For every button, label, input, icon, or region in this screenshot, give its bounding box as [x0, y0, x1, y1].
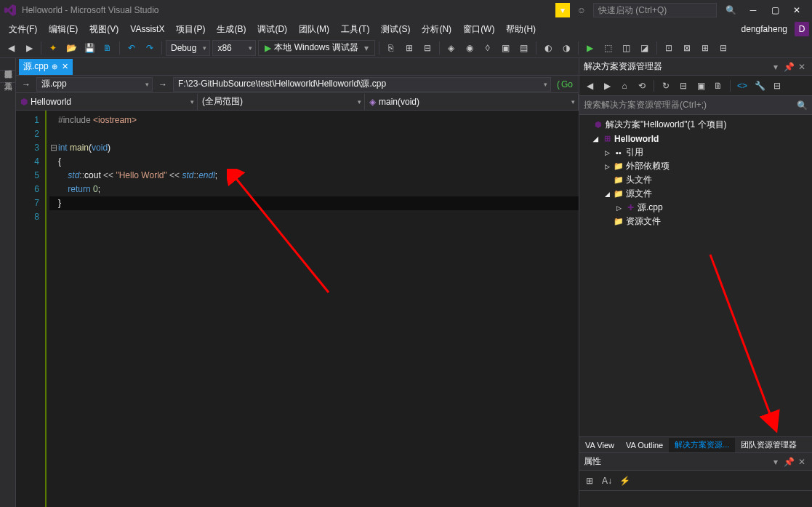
- toolbar-btn-5[interactable]: ◉: [462, 40, 478, 56]
- se-collapse-icon[interactable]: ⊟: [676, 79, 691, 93]
- go-button[interactable]: (Go: [554, 79, 576, 89]
- feedback-icon[interactable]: ☺: [574, 3, 589, 17]
- project-node[interactable]: ◢⊞Helloworld: [579, 132, 812, 145]
- props-sort-icon[interactable]: A↓: [600, 474, 614, 488]
- pin-icon[interactable]: ⊕: [52, 63, 57, 71]
- code-text[interactable]: #include <iostream> ⊟int main(void) { st…: [45, 111, 579, 507]
- se-more-icon[interactable]: ⊟: [770, 79, 784, 93]
- platform-combo[interactable]: x86: [212, 40, 256, 56]
- fold-icon[interactable]: ⊟: [49, 141, 58, 155]
- scope-function[interactable]: ◈main(void): [365, 94, 579, 110]
- maximize-button[interactable]: ▢: [764, 3, 786, 17]
- tab-solution-explorer[interactable]: 解决方案资源...: [669, 438, 735, 452]
- panel-menu-icon[interactable]: ▾: [770, 61, 781, 73]
- panel-close-icon[interactable]: ✕: [796, 61, 808, 73]
- se-back-icon[interactable]: ◀: [582, 79, 597, 93]
- toolbar-btn-2[interactable]: ⊞: [401, 40, 417, 56]
- menu-vassistx[interactable]: VAssistX: [124, 21, 170, 37]
- menu-window[interactable]: 窗口(W): [457, 21, 500, 37]
- user-avatar[interactable]: D: [795, 22, 809, 36]
- solution-tree[interactable]: ⬢解决方案"Helloworld"(1 个项目) ◢⊞Helloworld ▷▪…: [579, 115, 812, 436]
- expand-icon[interactable]: ◢: [591, 135, 600, 143]
- scope-global[interactable]: (全局范围): [198, 94, 365, 110]
- expand-icon[interactable]: ▷: [603, 149, 611, 156]
- tab-va-view[interactable]: VA View: [579, 438, 620, 452]
- panel-close-icon[interactable]: ✕: [796, 456, 808, 468]
- minimize-button[interactable]: ─: [742, 3, 764, 17]
- toolbar-btn-8[interactable]: ▤: [516, 40, 532, 56]
- solution-node[interactable]: ⬢解决方案"Helloworld"(1 个项目): [579, 118, 812, 132]
- toolbar-btn-16[interactable]: ⊞: [697, 40, 713, 56]
- scope-project[interactable]: ⬢Helloworld: [16, 94, 198, 110]
- nav-forward-button[interactable]: ▶: [21, 40, 37, 56]
- user-name[interactable]: dengfaheng: [737, 24, 792, 34]
- toolbar-btn-7[interactable]: ▣: [498, 40, 514, 56]
- menu-team[interactable]: 团队(M): [293, 21, 335, 37]
- toolbar-btn-1[interactable]: ⎘: [383, 40, 399, 56]
- redo-button[interactable]: ↷: [142, 40, 158, 56]
- nav-go-icon[interactable]: →: [156, 77, 170, 92]
- notification-flag-icon[interactable]: ▾: [555, 3, 570, 17]
- se-home-icon[interactable]: ⌂: [617, 79, 632, 93]
- se-code-icon[interactable]: <>: [735, 79, 749, 93]
- se-wrench-icon[interactable]: 🔧: [752, 79, 767, 93]
- refs-node[interactable]: ▷▪▪引用: [579, 145, 812, 159]
- source-file-node[interactable]: ▷✚源.cpp: [579, 201, 812, 215]
- nav-back-button[interactable]: ◀: [3, 40, 19, 56]
- close-tab-icon[interactable]: ✕: [62, 62, 68, 71]
- tab-va-outline[interactable]: VA Outline: [620, 438, 669, 452]
- toolbar-btn-6[interactable]: ◊: [480, 40, 496, 56]
- config-combo[interactable]: Debug: [166, 40, 210, 56]
- save-button[interactable]: 💾: [81, 40, 97, 56]
- toolbar-btn-15[interactable]: ⊠: [679, 40, 695, 56]
- panel-pin-icon[interactable]: 📌: [783, 456, 795, 468]
- external-node[interactable]: ▷📁外部依赖项: [579, 159, 812, 173]
- code-editor[interactable]: 1 2 3 4 5 6 7 8 #include <iostream> ⊟int…: [16, 111, 579, 507]
- resources-node[interactable]: 📁资源文件: [579, 215, 812, 228]
- server-explorer-tab[interactable]: 服务器资源管理器: [0, 58, 15, 71]
- toolbox-tab[interactable]: 工具箱: [0, 71, 15, 83]
- panel-menu-icon[interactable]: ▾: [770, 456, 781, 468]
- solution-search[interactable]: 搜索解决方案资源管理器(Ctrl+;) 🔍: [579, 96, 812, 115]
- toolbar-btn-10[interactable]: ◑: [558, 40, 574, 56]
- file-combo[interactable]: 源.cpp: [36, 77, 153, 92]
- toolbar-btn-17[interactable]: ⊟: [715, 40, 731, 56]
- menu-file[interactable]: 文件(F): [3, 21, 43, 37]
- se-refresh-icon[interactable]: ↻: [659, 79, 673, 93]
- close-button[interactable]: ✕: [786, 3, 808, 17]
- toolbar-btn-4[interactable]: ◈: [443, 40, 459, 56]
- menu-project[interactable]: 项目(P): [170, 21, 211, 37]
- menu-build[interactable]: 生成(B): [211, 21, 252, 37]
- se-sync-icon[interactable]: ⟲: [635, 79, 649, 93]
- toolbar-btn-14[interactable]: ⊡: [661, 40, 677, 56]
- toolbar-btn-9[interactable]: ◐: [540, 40, 556, 56]
- menu-tools[interactable]: 工具(T): [335, 21, 375, 37]
- new-project-button[interactable]: ✦: [45, 40, 61, 56]
- file-tab-source[interactable]: 源.cpp ⊕ ✕: [19, 59, 73, 75]
- menu-debug[interactable]: 调试(D): [252, 21, 293, 37]
- open-file-button[interactable]: 📂: [63, 40, 79, 56]
- save-all-button[interactable]: 🗎: [100, 40, 116, 56]
- headers-node[interactable]: 📁头文件: [579, 173, 812, 187]
- menu-help[interactable]: 帮助(H): [500, 21, 542, 37]
- se-props-icon[interactable]: 🗎: [711, 79, 725, 93]
- toolbar-btn-13[interactable]: ◪: [637, 40, 653, 56]
- menu-view[interactable]: 视图(V): [84, 21, 124, 37]
- toolbar-btn-3[interactable]: ⊟: [419, 40, 435, 56]
- props-events-icon[interactable]: ⚡: [617, 474, 632, 488]
- tab-team-explorer[interactable]: 团队资源管理器: [735, 438, 803, 452]
- undo-button[interactable]: ↶: [124, 40, 140, 56]
- menu-analyze[interactable]: 分析(N): [416, 21, 457, 37]
- expand-icon[interactable]: ▷: [603, 163, 611, 170]
- expand-icon[interactable]: ◢: [603, 191, 611, 198]
- props-categorize-icon[interactable]: ⊞: [582, 474, 597, 488]
- run-icon[interactable]: ▶: [582, 40, 598, 56]
- se-forward-icon[interactable]: ▶: [600, 79, 614, 93]
- search-icon[interactable]: 🔍: [725, 5, 736, 15]
- toolbar-btn-12[interactable]: ◫: [619, 40, 635, 56]
- se-showall-icon[interactable]: ▣: [694, 79, 708, 93]
- toolbar-btn-11[interactable]: ⬚: [600, 40, 616, 56]
- nav-dropdown-icon[interactable]: →: [19, 77, 33, 92]
- sources-node[interactable]: ◢📁源文件: [579, 187, 812, 201]
- menu-test[interactable]: 测试(S): [375, 21, 416, 37]
